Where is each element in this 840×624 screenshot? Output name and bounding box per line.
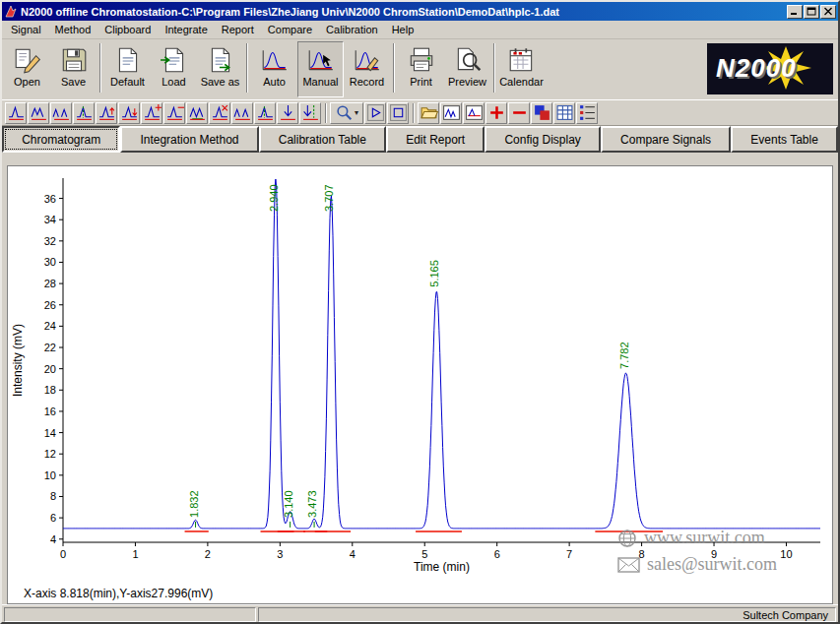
svg-text:10: 10 <box>780 548 792 560</box>
record-icon <box>353 45 382 75</box>
svg-text:7: 7 <box>566 548 572 560</box>
svg-text:2: 2 <box>205 548 211 560</box>
window-title: N2000 offline Chromatostation-C:\Program… <box>21 6 784 18</box>
record-button[interactable]: Record <box>344 41 390 97</box>
save-as-button[interactable]: Save as <box>197 41 243 97</box>
add-peak-icon <box>143 103 162 122</box>
play-button[interactable] <box>364 102 386 124</box>
toolbar-button-label: Manual <box>302 76 338 88</box>
close-button[interactable] <box>820 5 836 19</box>
menu-calibration[interactable]: Calibration <box>319 22 385 37</box>
group-peaks-button[interactable] <box>231 102 253 124</box>
company-label: Sultech Company <box>743 609 828 621</box>
svg-text:6: 6 <box>494 548 500 560</box>
load-button[interactable]: Load <box>151 41 197 97</box>
reject-peak-icon <box>211 103 229 122</box>
tool-strip: ▾ <box>2 100 838 126</box>
print-button[interactable]: Print <box>398 41 444 97</box>
open-button[interactable]: Open <box>4 41 50 97</box>
app-window: N2000 offline Chromatostation-C:\Program… <box>0 0 840 624</box>
color-select-button[interactable] <box>531 102 552 124</box>
saveas-icon <box>206 45 235 75</box>
drop-perpendicular-button[interactable] <box>277 102 298 124</box>
minimize-button[interactable] <box>787 5 803 19</box>
toolbar-button-label: Calendar <box>499 76 544 88</box>
add-signal-button[interactable] <box>485 102 507 124</box>
svg-text:16: 16 <box>44 406 56 417</box>
manual-button[interactable]: Manual <box>297 41 344 97</box>
preview-button[interactable]: Preview <box>444 41 490 97</box>
remove-peak-button[interactable] <box>163 102 185 124</box>
svg-text:28: 28 <box>44 278 56 289</box>
open-icon <box>13 45 42 75</box>
open-data-button[interactable] <box>418 102 439 124</box>
menu-signal[interactable]: Signal <box>4 22 48 37</box>
tab-calibration-table[interactable]: Calibration Table <box>259 126 386 153</box>
maximize-button[interactable] <box>804 5 819 19</box>
window-controls <box>787 5 836 19</box>
svg-text:4: 4 <box>350 548 355 560</box>
add-signal-icon <box>487 103 506 122</box>
full-view-button[interactable] <box>387 102 409 124</box>
valley-to-valley-button[interactable] <box>28 102 49 124</box>
valley-to-valley-icon <box>30 103 48 122</box>
status-cell-company: Sultech Company <box>258 607 836 622</box>
raise-baseline-icon <box>97 103 116 122</box>
raise-baseline-button[interactable] <box>96 102 117 124</box>
auto-button[interactable]: Auto <box>251 41 297 97</box>
lower-baseline-icon <box>120 103 139 122</box>
menu-integrate[interactable]: Integrate <box>158 22 214 37</box>
double-peak-button[interactable] <box>50 102 72 124</box>
svg-text:20: 20 <box>44 363 56 375</box>
svg-text:5: 5 <box>421 548 427 560</box>
remove-signal-button[interactable] <box>508 102 530 124</box>
logo-text: N2000 <box>716 53 797 84</box>
chromatogram-chart[interactable]: 4681012141618202224262830323436012345678… <box>8 166 832 578</box>
menu-help[interactable]: Help <box>385 22 421 37</box>
tab-events-table[interactable]: Events Table <box>731 126 838 153</box>
svg-text:7.782: 7.782 <box>618 342 630 369</box>
svg-text:Intensity (mV): Intensity (mV) <box>11 324 25 397</box>
report-list-button[interactable] <box>576 102 598 124</box>
menu-compare[interactable]: Compare <box>261 22 319 37</box>
peak-start-icon <box>75 103 94 122</box>
watermark-email: sales@surwit.com <box>647 554 777 575</box>
calendar-button[interactable]: Calendar <box>498 41 545 97</box>
svg-text:18: 18 <box>44 384 56 396</box>
open-data-icon <box>420 103 438 122</box>
tab-edit-report[interactable]: Edit Report <box>386 126 485 153</box>
n2000-logo: N2000 <box>707 43 833 94</box>
menu-method[interactable]: Method <box>48 22 98 37</box>
default-button[interactable]: Default <box>104 41 151 97</box>
tab-chromatogram[interactable]: Chromatogram <box>2 126 120 153</box>
auto-icon <box>260 45 290 75</box>
toolbar-separator <box>393 43 395 93</box>
svg-text:1: 1 <box>132 548 138 560</box>
lower-baseline-button[interactable] <box>118 102 140 124</box>
menu-clipboard[interactable]: Clipboard <box>97 22 158 37</box>
overlay-window-button[interactable] <box>463 102 485 124</box>
tab-compare-signals[interactable]: Compare Signals <box>601 126 731 153</box>
chromatogram-svg[interactable]: 4681012141618202224262830323436012345678… <box>8 166 832 578</box>
zoom-button[interactable]: ▾ <box>330 102 363 124</box>
svg-text:0: 0 <box>60 548 66 560</box>
reject-peak-button[interactable] <box>209 102 230 124</box>
toolbar-button-label: Save <box>61 76 86 88</box>
signal-window-button[interactable] <box>440 102 462 124</box>
menu-report[interactable]: Report <box>215 22 261 37</box>
forced-drop-button[interactable] <box>299 102 321 124</box>
tangent-skim-button[interactable] <box>254 102 276 124</box>
manual-peak-icon <box>7 103 26 122</box>
manual-peak-button[interactable] <box>5 102 27 124</box>
tangent-skim-icon <box>256 103 275 122</box>
tab-config-display[interactable]: Config Display <box>485 126 601 153</box>
grid-view-button[interactable] <box>553 102 575 124</box>
tab-integration-method[interactable]: Integration Method <box>120 126 258 153</box>
add-peak-button[interactable] <box>141 102 162 124</box>
peak-start-button[interactable] <box>73 102 95 124</box>
merge-peaks-button[interactable] <box>186 102 208 124</box>
save-button[interactable]: Save <box>50 41 97 97</box>
svg-text:Time (min): Time (min) <box>414 560 470 574</box>
zoom-icon <box>335 103 354 122</box>
calendar-icon <box>507 45 537 75</box>
